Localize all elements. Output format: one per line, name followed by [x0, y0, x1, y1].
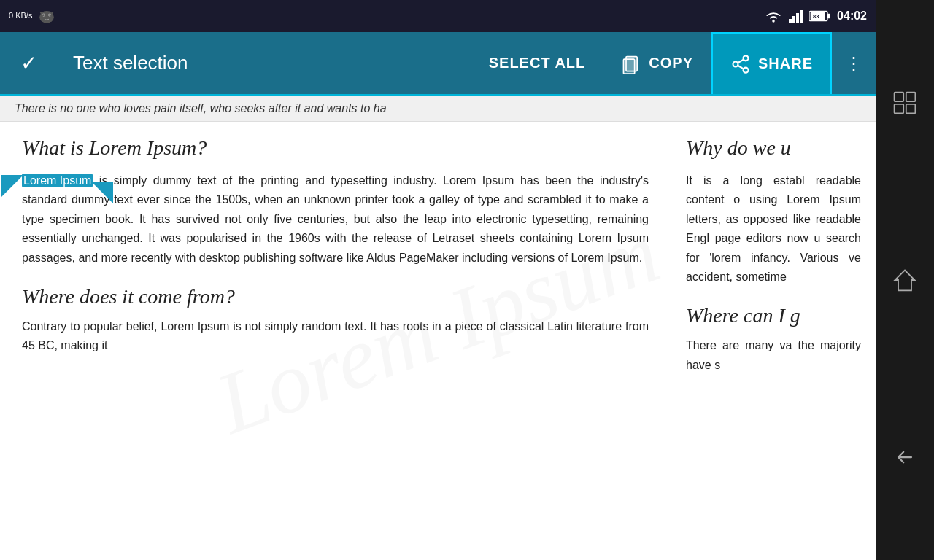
svg-rect-24: [906, 93, 916, 102]
svg-rect-6: [789, 19, 792, 23]
svg-rect-15: [624, 59, 635, 74]
svg-point-3: [43, 15, 45, 16]
wifi-icon: [764, 9, 783, 23]
battery-icon: 83: [809, 9, 831, 23]
status-time: 04:02: [837, 9, 867, 23]
body-paragraph-2: Contrary to popular belief, Lorem Ipsum …: [22, 317, 649, 356]
copy-icon: [621, 53, 641, 74]
share-icon: [730, 54, 751, 74]
toolbar: ✓ Text selection SELECT ALL COPY SHARE: [0, 32, 876, 96]
svg-rect-26: [906, 104, 916, 114]
svg-rect-25: [895, 104, 904, 114]
body-right-2: There are many va the majority have s: [686, 336, 861, 375]
svg-point-17: [733, 61, 738, 66]
nav-sidebar: [876, 0, 934, 560]
highlighted-text: Lorem Ipsum: [22, 174, 93, 187]
svg-line-19: [738, 65, 744, 69]
selection-handle-left: [1, 171, 23, 197]
status-left: 0 KB/s: [9, 6, 57, 26]
svg-line-20: [738, 59, 744, 63]
status-bar: 0 KB/s: [0, 0, 876, 32]
svg-point-4: [50, 15, 51, 16]
back-icon: [892, 444, 918, 470]
column-left: What is Lorem Ipsum? Lorem Ipsum is simp…: [0, 122, 671, 559]
check-button[interactable]: ✓: [0, 32, 58, 94]
svg-rect-23: [895, 93, 904, 102]
svg-rect-11: [827, 14, 830, 19]
svg-rect-9: [800, 10, 803, 23]
heading-where-from: Where does it come from?: [22, 285, 649, 308]
copy-button[interactable]: COPY: [603, 32, 711, 94]
body-paragraph-1: Lorem Ipsum is simply dummy text of the …: [22, 171, 649, 268]
toolbar-title: Text selection: [58, 52, 471, 74]
columns: What is Lorem Ipsum? Lorem Ipsum is simp…: [0, 122, 876, 559]
content-scroll[interactable]: There is no one who loves pain itself, w…: [0, 96, 876, 560]
signal-icon: [789, 9, 803, 23]
svg-rect-7: [792, 16, 795, 23]
heading-what-is: What is Lorem Ipsum?: [22, 136, 649, 160]
text-banner: There is no one who loves pain itself, w…: [0, 96, 876, 122]
body-right-1: It is a long establ readable content o u…: [686, 171, 861, 287]
toolbar-actions: SELECT ALL COPY SHARE ⋮: [471, 32, 876, 94]
select-all-button[interactable]: SELECT ALL: [471, 32, 604, 94]
overflow-menu-button[interactable]: ⋮: [832, 32, 876, 94]
svg-point-18: [743, 67, 748, 72]
home-button[interactable]: [883, 258, 927, 302]
recent-apps-button[interactable]: [883, 81, 927, 125]
svg-marker-22: [91, 182, 113, 203]
status-right: 83 04:02: [764, 9, 867, 23]
main-content: There is no one who loves pain itself, w…: [0, 96, 876, 560]
app-icon: [36, 6, 57, 26]
kb-indicator: 0 KB/s: [9, 11, 32, 20]
home-icon: [892, 267, 918, 293]
body-text-1-post: is simply dummy text of the printing and…: [22, 174, 649, 264]
svg-point-5: [772, 20, 774, 22]
svg-text:83: 83: [813, 13, 819, 20]
svg-marker-21: [1, 175, 23, 197]
back-button[interactable]: [883, 435, 927, 479]
heading-where-right: Where can I g: [686, 304, 861, 327]
svg-rect-8: [796, 13, 799, 23]
heading-why-right: Why do we u: [686, 136, 861, 160]
selection-handle-right: [91, 182, 113, 207]
share-button[interactable]: SHARE: [711, 32, 832, 94]
recent-apps-icon: [892, 90, 918, 116]
column-right: Why do we u It is a long establ readable…: [671, 122, 876, 559]
svg-marker-27: [895, 270, 915, 290]
svg-point-16: [743, 55, 748, 61]
